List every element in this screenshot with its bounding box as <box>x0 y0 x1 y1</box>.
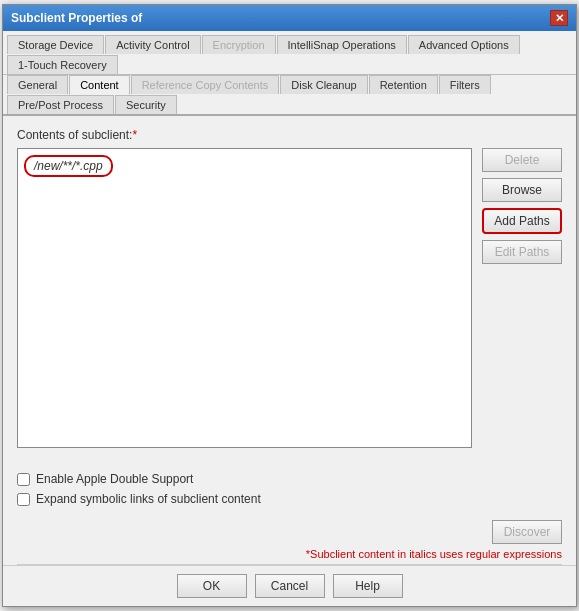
cancel-button[interactable]: Cancel <box>255 574 325 598</box>
content-area: Contents of subclient:* /new/**/*.cpp De… <box>3 116 576 468</box>
window: Subclient Properties of ✕ Storage Device… <box>2 4 577 607</box>
tab-storage-device[interactable]: Storage Device <box>7 35 104 54</box>
tab-1-touch-recovery[interactable]: 1-Touch Recovery <box>7 55 118 74</box>
checkboxes-area: Enable Apple Double Support Expand symbo… <box>3 468 576 516</box>
symbolic-links-label: Expand symbolic links of subclient conte… <box>36 492 261 506</box>
symbolic-links-checkbox[interactable] <box>17 493 30 506</box>
tab-pre-post[interactable]: Pre/Post Process <box>7 95 114 114</box>
required-marker: * <box>132 128 137 142</box>
symbolic-links-row: Expand symbolic links of subclient conte… <box>17 492 562 506</box>
ok-button[interactable]: OK <box>177 574 247 598</box>
edit-paths-button[interactable]: Edit Paths <box>482 240 562 264</box>
tab-row-2: General Content Reference Copy Contents … <box>3 75 576 116</box>
apple-double-checkbox[interactable] <box>17 473 30 486</box>
footer-buttons: OK Cancel Help <box>3 565 576 606</box>
tab-filters[interactable]: Filters <box>439 75 491 94</box>
section-label: Contents of subclient:* <box>17 128 562 142</box>
tab-activity-control[interactable]: Activity Control <box>105 35 200 54</box>
apple-double-row: Enable Apple Double Support <box>17 472 562 486</box>
apple-double-label: Enable Apple Double Support <box>36 472 193 486</box>
delete-button[interactable]: Delete <box>482 148 562 172</box>
tab-general[interactable]: General <box>7 75 68 94</box>
tab-disk-cleanup[interactable]: Disk Cleanup <box>280 75 367 94</box>
tab-advanced-options[interactable]: Advanced Options <box>408 35 520 54</box>
browse-button[interactable]: Browse <box>482 178 562 202</box>
title-bar: Subclient Properties of ✕ <box>3 5 576 31</box>
window-title: Subclient Properties of <box>11 11 142 25</box>
tab-retention[interactable]: Retention <box>369 75 438 94</box>
button-panel: Delete Browse Add Paths Edit Paths <box>472 148 562 456</box>
help-button[interactable]: Help <box>333 574 403 598</box>
tab-encryption: Encryption <box>202 35 276 54</box>
discover-button[interactable]: Discover <box>492 520 562 544</box>
tab-reference-copy: Reference Copy Contents <box>131 75 280 94</box>
add-paths-button[interactable]: Add Paths <box>482 208 562 234</box>
tab-intellisnap[interactable]: IntelliSnap Operations <box>277 35 407 54</box>
main-content-row: /new/**/*.cpp Delete Browse Add Paths Ed… <box>17 148 562 456</box>
tab-content[interactable]: Content <box>69 75 130 95</box>
bottom-row: Discover <box>3 516 576 544</box>
tab-security[interactable]: Security <box>115 95 177 114</box>
content-listbox[interactable]: /new/**/*.cpp <box>17 148 472 448</box>
italic-note: *Subclient content in italics uses regul… <box>3 544 576 564</box>
listbox-item[interactable]: /new/**/*.cpp <box>24 155 113 177</box>
tab-row-1: Storage Device Activity Control Encrypti… <box>3 31 576 75</box>
close-button[interactable]: ✕ <box>550 10 568 26</box>
